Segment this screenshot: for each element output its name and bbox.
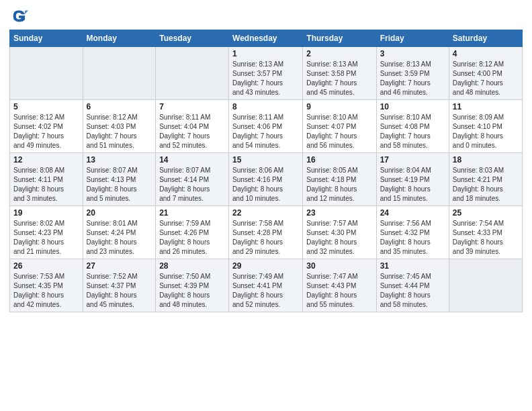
calendar-cell: 31Sunrise: 7:45 AM Sunset: 4:44 PM Dayli…	[376, 259, 449, 312]
day-info: Sunrise: 7:59 AM Sunset: 4:26 PM Dayligh…	[159, 219, 225, 257]
header	[9, 7, 523, 26]
calendar-cell: 29Sunrise: 7:49 AM Sunset: 4:41 PM Dayli…	[229, 259, 303, 312]
day-number: 10	[380, 102, 445, 111]
calendar-cell	[10, 47, 83, 100]
day-info: Sunrise: 8:01 AM Sunset: 4:24 PM Dayligh…	[87, 219, 152, 257]
calendar-cell: 20Sunrise: 8:01 AM Sunset: 4:24 PM Dayli…	[83, 206, 156, 259]
day-number: 20	[87, 208, 152, 218]
day-number: 31	[380, 261, 445, 271]
day-number: 30	[306, 261, 372, 271]
calendar-cell: 24Sunrise: 7:56 AM Sunset: 4:32 PM Dayli…	[376, 206, 449, 259]
calendar-cell: 19Sunrise: 8:02 AM Sunset: 4:23 PM Dayli…	[10, 206, 83, 259]
calendar-cell: 27Sunrise: 7:52 AM Sunset: 4:37 PM Dayli…	[83, 259, 156, 312]
calendar-cell: 16Sunrise: 8:05 AM Sunset: 4:18 PM Dayli…	[303, 153, 376, 206]
day-number: 15	[232, 155, 299, 165]
calendar-cell: 28Sunrise: 7:50 AM Sunset: 4:39 PM Dayli…	[156, 259, 229, 312]
calendar-cell: 4Sunrise: 8:12 AM Sunset: 4:00 PM Daylig…	[449, 47, 522, 100]
day-number: 25	[453, 208, 519, 218]
day-number: 2	[306, 49, 372, 58]
logo-icon	[9, 7, 28, 26]
day-info: Sunrise: 8:03 AM Sunset: 4:21 PM Dayligh…	[453, 166, 519, 203]
day-info: Sunrise: 8:07 AM Sunset: 4:14 PM Dayligh…	[159, 166, 225, 203]
day-number: 13	[87, 155, 152, 165]
calendar-cell: 10Sunrise: 8:10 AM Sunset: 4:08 PM Dayli…	[376, 100, 449, 153]
calendar-cell: 5Sunrise: 8:12 AM Sunset: 4:02 PM Daylig…	[10, 100, 83, 153]
calendar-table: SundayMondayTuesdayWednesdayThursdayFrid…	[9, 30, 523, 312]
day-number: 8	[232, 102, 299, 111]
day-number: 11	[453, 102, 519, 111]
day-info: Sunrise: 8:10 AM Sunset: 4:07 PM Dayligh…	[306, 113, 372, 150]
page: SundayMondayTuesdayWednesdayThursdayFrid…	[0, 0, 532, 411]
day-number: 21	[159, 208, 225, 218]
calendar-week-row: 12Sunrise: 8:08 AM Sunset: 4:11 PM Dayli…	[10, 153, 523, 206]
calendar-header-sunday: Sunday	[10, 30, 83, 47]
day-number: 24	[380, 208, 445, 218]
calendar-week-row: 19Sunrise: 8:02 AM Sunset: 4:23 PM Dayli…	[10, 206, 523, 259]
day-number: 12	[13, 155, 79, 165]
calendar-cell: 14Sunrise: 8:07 AM Sunset: 4:14 PM Dayli…	[156, 153, 229, 206]
calendar-cell	[156, 47, 229, 100]
calendar-header-thursday: Thursday	[303, 30, 376, 47]
calendar-header-tuesday: Tuesday	[156, 30, 229, 47]
day-info: Sunrise: 7:57 AM Sunset: 4:30 PM Dayligh…	[306, 219, 372, 257]
day-info: Sunrise: 8:13 AM Sunset: 3:59 PM Dayligh…	[380, 60, 445, 97]
calendar-cell: 13Sunrise: 8:07 AM Sunset: 4:13 PM Dayli…	[83, 153, 156, 206]
calendar-week-row: 26Sunrise: 7:53 AM Sunset: 4:35 PM Dayli…	[10, 259, 523, 312]
day-number: 14	[159, 155, 225, 165]
calendar-cell: 6Sunrise: 8:12 AM Sunset: 4:03 PM Daylig…	[83, 100, 156, 153]
calendar-cell: 3Sunrise: 8:13 AM Sunset: 3:59 PM Daylig…	[376, 47, 449, 100]
calendar-cell: 12Sunrise: 8:08 AM Sunset: 4:11 PM Dayli…	[10, 153, 83, 206]
day-info: Sunrise: 8:12 AM Sunset: 4:03 PM Dayligh…	[87, 113, 152, 150]
calendar-cell: 7Sunrise: 8:11 AM Sunset: 4:04 PM Daylig…	[156, 100, 229, 153]
day-info: Sunrise: 7:54 AM Sunset: 4:33 PM Dayligh…	[453, 219, 519, 257]
day-number: 1	[232, 49, 299, 58]
day-info: Sunrise: 7:52 AM Sunset: 4:37 PM Dayligh…	[87, 272, 152, 310]
calendar-cell: 26Sunrise: 7:53 AM Sunset: 4:35 PM Dayli…	[10, 259, 83, 312]
day-number: 7	[159, 102, 225, 111]
day-info: Sunrise: 8:13 AM Sunset: 3:58 PM Dayligh…	[306, 60, 372, 97]
day-info: Sunrise: 8:09 AM Sunset: 4:10 PM Dayligh…	[453, 113, 519, 150]
day-number: 6	[87, 102, 152, 111]
calendar-cell: 17Sunrise: 8:04 AM Sunset: 4:19 PM Dayli…	[376, 153, 449, 206]
day-number: 4	[453, 49, 519, 58]
calendar-cell: 22Sunrise: 7:58 AM Sunset: 4:28 PM Dayli…	[229, 206, 303, 259]
calendar-cell: 21Sunrise: 7:59 AM Sunset: 4:26 PM Dayli…	[156, 206, 229, 259]
calendar-cell: 23Sunrise: 7:57 AM Sunset: 4:30 PM Dayli…	[303, 206, 376, 259]
calendar-cell: 25Sunrise: 7:54 AM Sunset: 4:33 PM Dayli…	[449, 206, 522, 259]
day-info: Sunrise: 8:11 AM Sunset: 4:04 PM Dayligh…	[159, 113, 225, 150]
calendar-header-row: SundayMondayTuesdayWednesdayThursdayFrid…	[10, 30, 523, 47]
calendar-cell	[83, 47, 156, 100]
calendar-header-friday: Friday	[376, 30, 449, 47]
calendar-cell: 30Sunrise: 7:47 AM Sunset: 4:43 PM Dayli…	[303, 259, 376, 312]
day-info: Sunrise: 8:12 AM Sunset: 4:02 PM Dayligh…	[13, 113, 79, 150]
day-info: Sunrise: 7:58 AM Sunset: 4:28 PM Dayligh…	[232, 219, 299, 257]
calendar-cell: 18Sunrise: 8:03 AM Sunset: 4:21 PM Dayli…	[449, 153, 522, 206]
day-info: Sunrise: 7:56 AM Sunset: 4:32 PM Dayligh…	[380, 219, 445, 257]
calendar-cell: 8Sunrise: 8:11 AM Sunset: 4:06 PM Daylig…	[229, 100, 303, 153]
calendar-cell: 9Sunrise: 8:10 AM Sunset: 4:07 PM Daylig…	[303, 100, 376, 153]
day-number: 19	[13, 208, 79, 218]
day-info: Sunrise: 8:11 AM Sunset: 4:06 PM Dayligh…	[232, 113, 299, 150]
day-info: Sunrise: 8:02 AM Sunset: 4:23 PM Dayligh…	[13, 219, 79, 257]
logo	[9, 7, 31, 26]
day-info: Sunrise: 7:45 AM Sunset: 4:44 PM Dayligh…	[380, 272, 445, 310]
day-number: 9	[306, 102, 372, 111]
calendar-header-wednesday: Wednesday	[229, 30, 303, 47]
day-number: 26	[13, 261, 79, 271]
day-info: Sunrise: 7:49 AM Sunset: 4:41 PM Dayligh…	[232, 272, 299, 310]
calendar-week-row: 1Sunrise: 8:13 AM Sunset: 3:57 PM Daylig…	[10, 47, 523, 100]
calendar-week-row: 5Sunrise: 8:12 AM Sunset: 4:02 PM Daylig…	[10, 100, 523, 153]
day-number: 3	[380, 49, 445, 58]
day-info: Sunrise: 8:04 AM Sunset: 4:19 PM Dayligh…	[380, 166, 445, 203]
day-number: 27	[87, 261, 152, 271]
day-number: 22	[232, 208, 299, 218]
day-info: Sunrise: 7:53 AM Sunset: 4:35 PM Dayligh…	[13, 272, 79, 310]
day-info: Sunrise: 8:08 AM Sunset: 4:11 PM Dayligh…	[13, 166, 79, 203]
day-number: 17	[380, 155, 445, 165]
calendar-cell	[449, 259, 522, 312]
day-info: Sunrise: 8:07 AM Sunset: 4:13 PM Dayligh…	[87, 166, 152, 203]
calendar-cell: 11Sunrise: 8:09 AM Sunset: 4:10 PM Dayli…	[449, 100, 522, 153]
day-number: 5	[13, 102, 79, 111]
day-number: 18	[453, 155, 519, 165]
day-number: 29	[232, 261, 299, 271]
